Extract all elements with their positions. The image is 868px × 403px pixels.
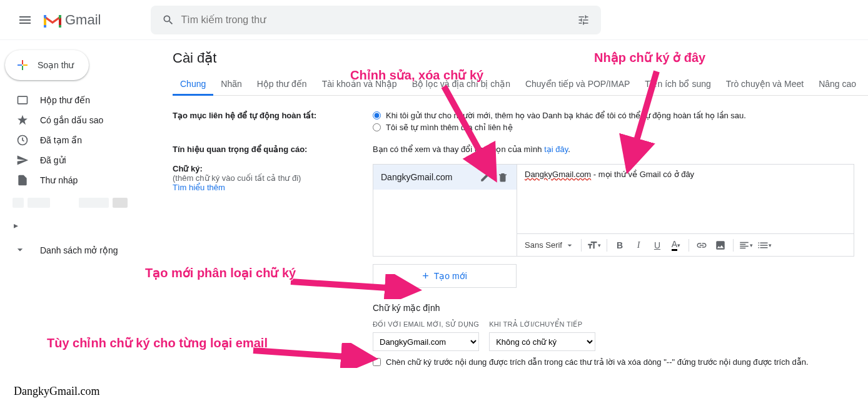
pencil-icon bbox=[480, 171, 491, 183]
clock-icon bbox=[16, 134, 29, 146]
search-input[interactable] bbox=[181, 14, 571, 26]
font-family-select[interactable]: Sans Serif bbox=[522, 240, 577, 250]
align-button[interactable]: ▾ bbox=[737, 237, 755, 254]
tab-chat[interactable]: Trò chuyện và Meet bbox=[719, 74, 811, 95]
signature-toolbar: Sans Serif ▾ B I U A▾ bbox=[517, 233, 854, 256]
create-signature-button[interactable]: + Tạo mới bbox=[373, 264, 517, 288]
header: Gmail bbox=[0, 0, 868, 40]
signature-editor: DangkyGmail.com - mọi thứ về Gmail có ở … bbox=[517, 164, 854, 257]
tab-advanced[interactable]: Nâng cao bbox=[811, 74, 864, 95]
nav-inbox[interactable]: Hộp thư đến bbox=[0, 90, 160, 110]
ad-signals-label: Tín hiệu quan trọng để quảng cáo: bbox=[173, 145, 307, 154]
contacts-radio-manual[interactable] bbox=[373, 123, 381, 131]
signature-delete-button[interactable] bbox=[494, 168, 512, 186]
gmail-logo[interactable]: Gmail bbox=[43, 12, 101, 28]
ad-signals-link[interactable]: tại đây bbox=[544, 145, 568, 154]
nav-collapse-caret[interactable]: ▸ bbox=[0, 215, 160, 235]
drafts-icon bbox=[16, 174, 29, 186]
new-email-header: ĐỐI VỚI EMAIL MỚI, SỬ DỤNG bbox=[373, 320, 479, 329]
italic-button[interactable]: I bbox=[630, 237, 647, 254]
reply-header: KHI TRẢ LỜI/CHUYỂN TIẾP bbox=[489, 320, 595, 329]
search-bar[interactable] bbox=[151, 6, 601, 34]
tab-filters[interactable]: Bộ lọc và địa chỉ bị chặn bbox=[405, 74, 518, 95]
ad-signals-text: Bạn có thể xem và thay đổi tùy chọn của … bbox=[373, 145, 544, 154]
tab-offline[interactable]: Ngoại bbox=[864, 74, 868, 95]
bold-icon: B bbox=[617, 240, 623, 250]
dropdown-icon bbox=[565, 240, 575, 250]
sidebar: Soạn thư Hộp thư đến Có gắn dấu sao Đã t… bbox=[0, 40, 160, 403]
signature-text-link: DangkyGmail.com bbox=[525, 170, 591, 179]
nav-snoozed[interactable]: Đã tạm ẩn bbox=[0, 130, 160, 150]
image-button[interactable] bbox=[712, 237, 729, 254]
signature-box: DangkyGmail.com DangkyGmail.com - mọi th… bbox=[373, 164, 854, 257]
settings-title: Cài đặt bbox=[173, 50, 868, 66]
signature-checkbox-label: Chèn chữ ký trước nội dung được trích dẫ… bbox=[386, 357, 809, 367]
tab-labels[interactable]: Nhãn bbox=[213, 74, 249, 95]
contacts-radio-manual-label: Tôi sẽ tự mình thêm địa chỉ liên hệ bbox=[386, 123, 513, 132]
main-menu-button[interactable] bbox=[10, 5, 40, 35]
underline-button[interactable]: U bbox=[648, 237, 666, 254]
signature-edit-button[interactable] bbox=[477, 168, 494, 186]
setting-contacts-autocomplete: Tạo mục liên hệ để tự động hoàn tất: Khi… bbox=[173, 106, 868, 140]
image-icon bbox=[715, 240, 726, 251]
signature-name: DangkyGmail.com bbox=[381, 172, 477, 182]
italic-icon: I bbox=[637, 240, 640, 250]
nav-sent[interactable]: Đã gửi bbox=[0, 150, 160, 170]
text-color-button[interactable]: A▾ bbox=[667, 237, 685, 254]
signature-list: DangkyGmail.com bbox=[373, 164, 517, 257]
defaults-title: Chữ ký mặc định bbox=[373, 303, 868, 313]
signature-content-area[interactable]: DangkyGmail.com - mọi thứ về Gmail có ở … bbox=[517, 165, 854, 233]
list-button[interactable]: ▾ bbox=[756, 237, 774, 254]
align-icon bbox=[739, 240, 750, 251]
search-icon[interactable] bbox=[156, 8, 181, 33]
settings-main: Cài đặt Chung Nhãn Hộp thư đến Tài khoản… bbox=[160, 40, 868, 403]
signature-label: Chữ ký: bbox=[173, 164, 373, 173]
sidebar-redacted-row bbox=[13, 193, 160, 213]
signature-text-rest: - mọi thứ về Gmail có ở đây bbox=[591, 170, 694, 179]
inbox-icon bbox=[16, 94, 29, 106]
settings-tabs: Chung Nhãn Hộp thư đến Tài khoản và Nhập… bbox=[173, 74, 868, 96]
tab-accounts[interactable]: Tài khoản và Nhập bbox=[315, 74, 405, 95]
signature-before-quote-checkbox[interactable] bbox=[373, 358, 381, 366]
font-size-button[interactable]: ▾ bbox=[585, 237, 603, 254]
compose-label: Soạn thư bbox=[38, 60, 74, 70]
trash-icon bbox=[497, 171, 508, 183]
compose-plus-icon bbox=[15, 58, 30, 73]
nav-starred[interactable]: Có gắn dấu sao bbox=[0, 110, 160, 130]
text-size-icon bbox=[587, 240, 598, 251]
signature-learn-more[interactable]: Tìm hiểu thêm bbox=[173, 183, 373, 192]
star-icon bbox=[16, 114, 29, 126]
tab-addons[interactable]: Tiện ích bổ sung bbox=[637, 74, 718, 95]
tab-inbox[interactable]: Hộp thư đến bbox=[250, 74, 315, 95]
signature-reply-select[interactable]: Không có chữ ký bbox=[489, 332, 595, 351]
signature-sublabel: (thêm chữ ký vào cuối tất cả thư đi) bbox=[173, 173, 373, 183]
link-icon bbox=[696, 240, 707, 251]
contacts-label: Tạo mục liên hệ để tự động hoàn tất: bbox=[173, 111, 316, 120]
gmail-logo-text: Gmail bbox=[65, 12, 101, 28]
setting-ad-signals: Tín hiệu quan trọng để quảng cáo: Bạn có… bbox=[173, 140, 868, 159]
chevron-down-icon bbox=[14, 243, 26, 258]
signature-item[interactable]: DangkyGmail.com bbox=[373, 165, 517, 190]
link-button[interactable] bbox=[693, 237, 710, 254]
tab-general[interactable]: Chung bbox=[173, 74, 213, 96]
hamburger-icon bbox=[18, 13, 33, 28]
svg-rect-0 bbox=[18, 96, 28, 104]
gmail-icon bbox=[43, 13, 63, 28]
tab-forwarding[interactable]: Chuyển tiếp và POP/IMAP bbox=[518, 74, 637, 95]
watermark: DangkyGmail.com bbox=[14, 385, 99, 398]
setting-signature: Chữ ký: (thêm chữ ký vào cuối tất cả thư… bbox=[173, 159, 868, 372]
nav-expand[interactable]: Danh sách mở rộng bbox=[0, 240, 160, 260]
search-options-icon[interactable] bbox=[571, 8, 596, 33]
contacts-radio-auto-label: Khi tôi gửi thư cho người mới, thêm họ v… bbox=[386, 111, 746, 120]
nav-drafts[interactable]: Thư nháp bbox=[0, 170, 160, 190]
signature-defaults: Chữ ký mặc định ĐỐI VỚI EMAIL MỚI, SỬ DỤ… bbox=[373, 303, 868, 367]
compose-button[interactable]: Soạn thư bbox=[5, 50, 89, 80]
plus-icon: + bbox=[422, 270, 429, 283]
contacts-radio-auto[interactable] bbox=[373, 111, 381, 120]
underline-icon: U bbox=[654, 240, 660, 250]
chevron-right-icon: ▸ bbox=[14, 220, 26, 230]
text-color-icon: A bbox=[672, 239, 677, 251]
bold-button[interactable]: B bbox=[611, 237, 628, 254]
signature-new-select[interactable]: DangkyGmail.com bbox=[373, 332, 479, 351]
list-icon bbox=[757, 240, 769, 251]
